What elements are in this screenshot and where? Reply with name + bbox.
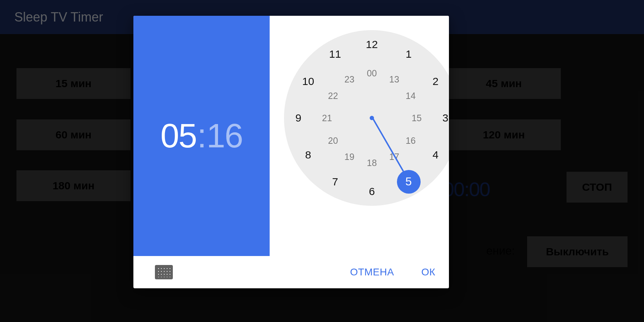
- clock-hour-12[interactable]: 12: [366, 38, 378, 51]
- cancel-button[interactable]: ОТМЕНА: [344, 264, 401, 281]
- clock-hour-18[interactable]: 18: [367, 158, 377, 168]
- clock-hour-11[interactable]: 11: [329, 48, 341, 60]
- clock-hour-16[interactable]: 16: [406, 135, 416, 146]
- keyboard-input-toggle[interactable]: [155, 265, 173, 279]
- clock-selection-marker: 5: [397, 170, 421, 194]
- clock-face[interactable]: 5 12123456789101100131415161718192021222…: [284, 30, 449, 206]
- clock-hour-13[interactable]: 13: [389, 74, 399, 84]
- time-picker-dialog: 05:16 5 12123456789101100131415161718192…: [133, 16, 449, 288]
- clock-hour-22[interactable]: 22: [328, 90, 338, 101]
- clock-hour-6[interactable]: 6: [369, 185, 375, 198]
- time-separator: :: [197, 117, 206, 155]
- clock-hour-00[interactable]: 00: [367, 68, 377, 79]
- clock-hour-21[interactable]: 21: [322, 113, 332, 123]
- dialog-actions: ОТМЕНА ОК: [133, 256, 449, 288]
- clock-hour-9[interactable]: 9: [295, 112, 302, 124]
- clock-hour-23[interactable]: 23: [345, 74, 355, 84]
- clock-hour-19[interactable]: 19: [345, 152, 355, 162]
- clock-hour-10[interactable]: 10: [302, 75, 314, 87]
- clock-hour-1[interactable]: 1: [406, 48, 412, 60]
- ok-button[interactable]: ОК: [415, 264, 442, 281]
- clock-hour-14[interactable]: 14: [406, 90, 416, 101]
- selected-hours[interactable]: 05: [160, 117, 196, 155]
- clock-hour-2[interactable]: 2: [432, 75, 439, 87]
- clock-hour-4[interactable]: 4: [432, 149, 439, 161]
- clock-hour-15[interactable]: 15: [412, 113, 422, 123]
- clock-panel: 5 12123456789101100131415161718192021222…: [270, 16, 449, 256]
- time-display-panel: 05:16: [133, 16, 270, 256]
- selected-minutes[interactable]: 16: [207, 117, 243, 155]
- clock-hour-7[interactable]: 7: [332, 176, 338, 188]
- clock-hour-3[interactable]: 3: [442, 112, 449, 124]
- clock-hour-20[interactable]: 20: [328, 135, 338, 146]
- clock-hour-8[interactable]: 8: [305, 149, 311, 161]
- clock-center-dot: [370, 116, 374, 120]
